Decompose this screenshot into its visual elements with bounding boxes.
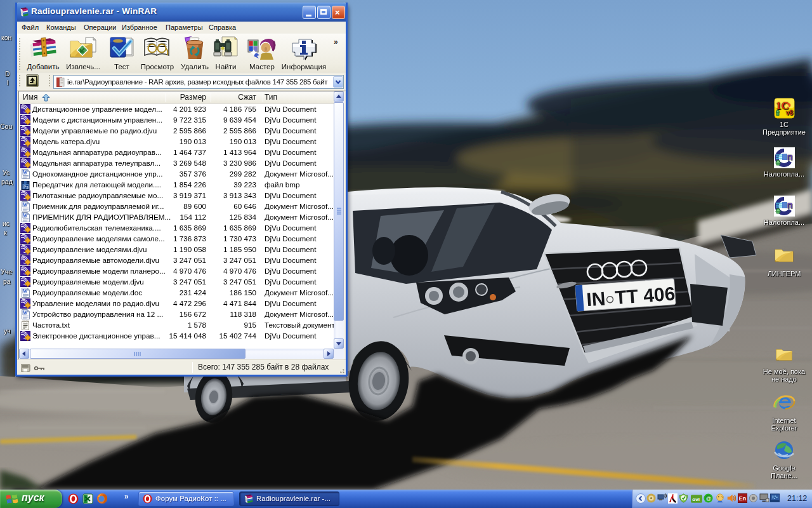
- svg-text:TT 406: TT 406: [614, 283, 676, 309]
- svg-text:W: W: [23, 170, 28, 175]
- svg-text:Ps: Ps: [23, 185, 29, 189]
- svg-text:En: En: [739, 495, 746, 502]
- svg-text:v8: v8: [786, 109, 794, 116]
- svg-text:W: W: [23, 288, 28, 294]
- svg-text:П: П: [787, 202, 792, 210]
- svg-text:W: W: [23, 213, 28, 218]
- svg-text:П: П: [787, 154, 792, 161]
- svg-text:@: @: [706, 495, 711, 502]
- svg-text:W: W: [23, 202, 28, 208]
- svg-text:IN: IN: [586, 288, 606, 310]
- svg-text:ovi: ovi: [692, 497, 700, 502]
- svg-text:W: W: [23, 310, 28, 316]
